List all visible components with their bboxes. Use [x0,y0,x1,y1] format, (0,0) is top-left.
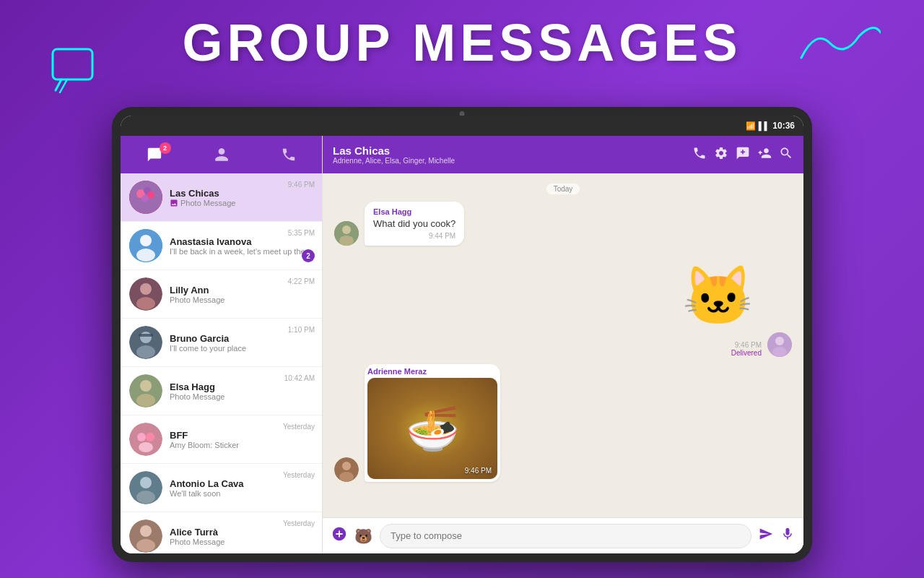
chat-preview: Photo Message [170,538,313,546]
svg-point-23 [146,433,154,441]
chat-name: BFF [170,430,313,441]
call-icon[interactable] [692,146,707,164]
message-row-photo: Adrienne Meraz 9:46 PM [334,364,792,482]
avatar-antonio [129,471,162,504]
chat-header-actions [692,146,793,164]
page-title: GROUP MESSAGES [183,13,742,72]
svg-point-33 [339,236,354,246]
tablet-screen: 📶 ▌▌ 10:36 2 [121,116,803,553]
chat-time: Yesterday [283,519,315,527]
svg-rect-17 [139,334,153,337]
chat-info-alice: Alice Turrà Photo Message [170,527,313,546]
chat-info-antonio: Antonio La Cava We'll talk soon [170,478,313,498]
svg-point-30 [136,539,155,552]
chat-info-bruno: Bruno Garcia I'll come to your place [170,333,313,353]
chat-time: 1:10 PM [288,326,315,334]
add-person-icon[interactable] [757,146,772,164]
avatar-bff [129,423,162,456]
messages-area: Today Elsa Hagg What did you cook? 9:44 … [323,173,803,517]
avatar-las-chicas [129,181,162,214]
chat-preview: I'll come to your place [170,344,313,353]
group-members: Adrienne, Alice, Elsa, Ginger, Michelle [333,157,685,165]
date-divider: Today [546,184,580,194]
sender-name: Adrienne Meraz [367,367,497,376]
svg-point-38 [342,462,351,470]
chat-item-lilly[interactable]: Lilly Ann Photo Message 4:22 PM [121,270,322,319]
add-icon[interactable] [331,526,347,545]
nav-tabs: 2 [121,136,322,173]
svg-point-27 [136,491,155,504]
search-icon[interactable] [779,146,793,164]
tab-contacts[interactable] [208,144,235,165]
chat-item-elsa[interactable]: Elsa Hagg Photo Message 10:42 AM [121,367,322,415]
svg-point-10 [136,249,155,262]
chat-preview: I'll be back in a week, let's meet up th… [170,247,313,256]
chat-info-elsa: Elsa Hagg Photo Message [170,381,313,401]
svg-point-26 [140,477,152,488]
chat-name: Anastasia Ivanova [170,236,313,247]
chat-time: Yesterday [283,471,315,479]
time-display: 10:36 [772,121,795,131]
svg-point-29 [140,525,152,537]
settings-icon[interactable] [714,146,728,164]
chat-time: 10:42 AM [284,374,315,382]
svg-point-19 [140,380,152,392]
chat-header-title: Las Chicas Adrienne, Alice, Elsa, Ginger… [333,144,685,165]
chat-item-alice[interactable]: Alice Turrà Photo Message Yesterday [121,512,322,553]
tab-chats[interactable]: 2 [141,144,168,165]
message-row-sticker: 🐱 9:46 PM Delivered [334,253,792,357]
chat-preview: Amy Bloom: Sticker [170,441,313,449]
tab-calls[interactable] [275,144,302,165]
wifi-icon: 📶 [746,121,756,131]
input-bar: 🐻 [323,517,803,553]
svg-point-22 [137,433,146,441]
chat-decoration-icon [47,43,105,94]
avatar-bruno [129,326,162,359]
msg-avatar-adrienne [334,457,359,482]
sent-user-avatar [767,332,792,357]
chat-item-bff[interactable]: BFF Amy Bloom: Sticker Yesterday [121,415,322,464]
add-member-icon[interactable] [736,146,750,164]
chat-info-bff: BFF Amy Bloom: Sticker [170,430,313,449]
message-input[interactable] [380,524,751,548]
message-row-elsa: Elsa Hagg What did you cook? 9:44 PM [334,202,792,246]
msg-avatar-elsa [334,221,359,246]
send-icon[interactable] [759,527,773,545]
sender-name: Elsa Hagg [373,207,456,216]
chat-time: 5:35 PM [288,229,315,237]
svg-line-1 [56,79,61,90]
avatar-elsa [129,374,162,407]
svg-point-36 [772,347,787,357]
chat-info-las-chicas: Las Chicas Photo Message [170,188,313,207]
mic-icon[interactable] [780,527,795,545]
chat-info-lilly: Lilly Ann Photo Message [170,285,313,304]
group-name: Las Chicas [333,144,685,157]
chat-time: Yesterday [283,423,315,431]
chat-item-bruno[interactable]: Bruno Garcia I'll come to your place 1:1… [121,319,322,367]
chat-name: Elsa Hagg [170,381,313,392]
svg-point-39 [339,472,354,482]
sticker-bubble: 🐱 [675,253,762,340]
message-time: 9:44 PM [373,232,456,240]
svg-point-16 [136,345,155,358]
svg-point-32 [342,225,351,234]
chat-name: Las Chicas [170,188,313,199]
chat-preview: Photo Message [170,199,313,207]
avatar-lilly [129,277,162,311]
svg-point-15 [140,332,152,343]
svg-rect-0 [53,49,92,79]
message-text: What did you cook? [373,218,456,229]
chat-item-antonio[interactable]: Antonio La Cava We'll talk soon Yesterda… [121,464,322,512]
status-bar: 📶 ▌▌ 10:36 [121,116,803,136]
chat-name: Bruno Garcia [170,333,313,344]
chat-item-anastasia[interactable]: Anastasia Ivanova I'll be back in a week… [121,222,322,270]
avatar-anastasia [129,229,162,262]
chat-panel: Las Chicas Adrienne, Alice, Elsa, Ginger… [323,136,803,553]
photo-message-bubble: Adrienne Meraz 9:46 PM [365,364,500,482]
svg-point-24 [139,442,153,452]
chat-header: Las Chicas Adrienne, Alice, Elsa, Ginger… [323,136,803,173]
sticker-icon[interactable]: 🐻 [354,527,372,545]
app-body: 2 [121,136,803,553]
sidebar: 2 [121,136,323,553]
chat-item-las-chicas[interactable]: Las Chicas Photo Message 9:46 PM [121,173,322,222]
